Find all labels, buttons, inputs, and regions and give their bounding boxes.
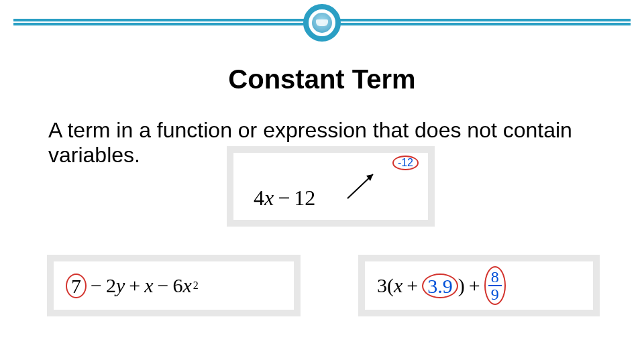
var-x: x [144,274,153,297]
school-logo [303,4,341,42]
coef-2: 2 [106,274,116,297]
var-x2: x [182,274,191,297]
plus-op: + [402,274,422,297]
page-title: Constant Term [0,64,644,95]
coef-3: 3 [377,274,387,297]
constant-callout: -12 [392,156,419,170]
const-3-9-value: 3.9 [427,275,453,297]
var-x: x [394,274,402,297]
expression-2: 7 − 2y + x − 6x2 [66,268,282,303]
lparen: ( [387,274,394,297]
example-1: -12 4x−12 [227,146,435,227]
constant-3-9: 3.9 [422,274,458,298]
callout-value: -12 [398,157,413,168]
exponent-2: 2 [192,280,199,292]
fraction-den: 9 [488,286,502,302]
plus-op: + [125,274,144,297]
logo-icon [312,13,332,33]
coef-6: 6 [172,274,182,297]
const-7-value: 7 [71,275,81,297]
expression-1: 4x−12 [254,186,315,210]
minus-op: − [274,186,294,210]
fraction-8-9: 8 9 [488,269,502,302]
arrow-icon [345,170,378,201]
term-12: 12 [294,186,315,210]
plus-op-2: + [465,274,484,297]
expression-3: 3(x + 3.9) + 8 9 [377,268,581,303]
minus-op-2: − [154,274,173,297]
coef: 4 [254,186,264,210]
constant-fraction: 8 9 [484,266,506,305]
constant-7: 7 [66,274,87,298]
example-2: 7 − 2y + x − 6x2 [47,255,301,316]
minus-op: − [87,274,106,297]
rparen: ) [458,274,465,297]
fraction-num: 8 [488,269,502,286]
var-x: x [264,186,274,210]
var-y: y [116,274,125,297]
example-3: 3(x + 3.9) + 8 9 [358,255,600,316]
